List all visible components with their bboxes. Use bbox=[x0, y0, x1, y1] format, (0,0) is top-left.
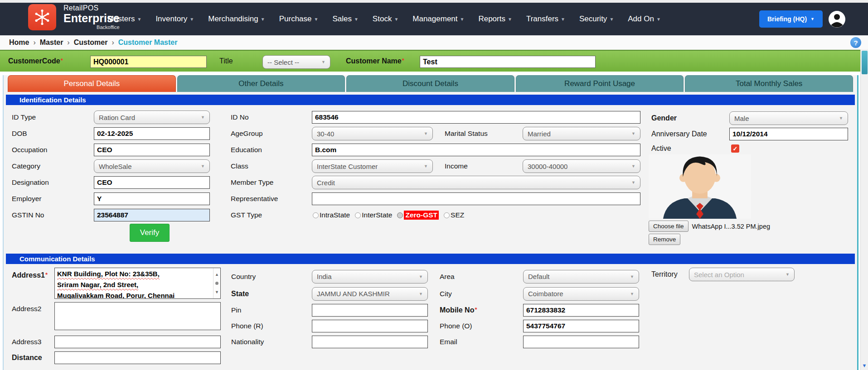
city-select[interactable]: Coimbatore▼ bbox=[523, 287, 639, 301]
designation-input[interactable] bbox=[94, 176, 210, 189]
education-input[interactable] bbox=[312, 144, 640, 156]
phone-r-label: Phone (R) bbox=[230, 322, 312, 330]
verify-button[interactable]: Verify bbox=[130, 224, 170, 242]
active-checkbox[interactable]: ✓ bbox=[731, 144, 739, 153]
nationality-input[interactable] bbox=[312, 336, 428, 348]
gender-label: Gender bbox=[640, 114, 677, 122]
marital-status-select[interactable]: Married▼ bbox=[523, 127, 640, 140]
retailpos-logo-icon bbox=[28, 4, 56, 30]
scrollbar-thumb[interactable] bbox=[862, 51, 868, 74]
age-group-select[interactable]: 30-40▼ bbox=[312, 127, 433, 140]
customer-master-page: RetailPOS Enterprise Backoffice Masters▼… bbox=[0, 0, 868, 370]
anniversary-row: Anniversary Date bbox=[640, 128, 868, 140]
member-type-select[interactable]: Credit▼ bbox=[312, 176, 640, 189]
interstate-radio[interactable] bbox=[355, 212, 361, 218]
distance-input[interactable] bbox=[54, 351, 221, 364]
photo-filename: WhatsApp I...3.52 PM.jpeg bbox=[692, 223, 770, 230]
zero-gst-radio-label[interactable]: Zero-GST bbox=[404, 211, 439, 220]
title-select[interactable]: -- Select -- ▼ bbox=[262, 55, 330, 69]
scroll-down-icon[interactable]: ▼ bbox=[215, 287, 219, 298]
menu-sales[interactable]: Sales▼ bbox=[332, 14, 358, 24]
address2-textarea[interactable] bbox=[54, 302, 221, 330]
income-select[interactable]: 30000-40000▼ bbox=[523, 159, 640, 173]
address1-line2: Sriram Nagar, 2nd Street, bbox=[57, 279, 211, 290]
income-label: Income bbox=[433, 162, 523, 170]
dob-input[interactable] bbox=[94, 127, 210, 140]
remove-photo-button[interactable]: Remove bbox=[649, 234, 680, 245]
id-no-input[interactable] bbox=[312, 111, 640, 124]
nationality-label: Nationality bbox=[230, 338, 312, 346]
pin-input[interactable] bbox=[312, 304, 428, 317]
anniversary-date-label: Anniversary Date bbox=[640, 130, 707, 138]
area-label: Area bbox=[433, 273, 523, 281]
tab-discount-details[interactable]: Discount Details bbox=[346, 75, 514, 92]
active-row: Active ✓ bbox=[640, 144, 868, 154]
breadcrumb-separator: › bbox=[67, 38, 69, 47]
scroll-thumb[interactable] bbox=[215, 282, 218, 285]
email-input[interactable] bbox=[523, 336, 639, 348]
country-select[interactable]: India▼ bbox=[312, 270, 428, 284]
email-label: Email bbox=[433, 338, 523, 346]
tab-reward-point-usage[interactable]: Reward Point Usage bbox=[516, 75, 684, 92]
marital-status-label: Marital Status bbox=[433, 130, 523, 138]
user-avatar[interactable] bbox=[829, 11, 845, 28]
menu-merchandising[interactable]: Merchandising▼ bbox=[208, 14, 265, 24]
help-icon[interactable]: ? bbox=[850, 37, 861, 48]
tab-personal-details[interactable]: Personal Details bbox=[8, 75, 176, 92]
id-type-select[interactable]: Ration Card▼ bbox=[94, 111, 210, 124]
zero-gst-radio[interactable] bbox=[397, 212, 403, 218]
address1-scrollbar[interactable]: ▲ ▼ bbox=[213, 268, 220, 298]
menu-security[interactable]: Security▼ bbox=[579, 14, 614, 24]
intrastate-radio-label[interactable]: IntraState bbox=[320, 211, 350, 219]
intrastate-radio[interactable] bbox=[313, 212, 319, 218]
scroll-down-icon[interactable]: ▼ bbox=[861, 363, 868, 368]
address1-textarea[interactable]: KNR Building, Plot No: 23&35B, Sriram Na… bbox=[54, 268, 221, 299]
class-select[interactable]: InterState Customer▼ bbox=[312, 159, 433, 173]
phone-o-input[interactable] bbox=[523, 320, 639, 332]
briefing-hq-button[interactable]: Briefing (HQ)▼ bbox=[759, 10, 823, 28]
age-group-label: AgeGroup bbox=[210, 130, 312, 138]
menu-add-on[interactable]: Add On▼ bbox=[628, 14, 661, 24]
chevron-down-icon: ▼ bbox=[354, 17, 359, 22]
menu-transfers[interactable]: Transfers▼ bbox=[526, 14, 565, 24]
menu-inventory[interactable]: Inventory▼ bbox=[155, 14, 194, 24]
chevron-down-icon: ▼ bbox=[561, 17, 565, 22]
chevron-down-icon: ▼ bbox=[508, 17, 512, 22]
breadcrumb-master[interactable]: Master bbox=[40, 38, 63, 47]
occupation-input[interactable] bbox=[94, 144, 210, 156]
tab-total-monthly-sales[interactable]: Total Monthly Sales bbox=[685, 75, 853, 92]
customer-name-input[interactable] bbox=[420, 56, 596, 68]
gender-select[interactable]: Male▼ bbox=[729, 111, 848, 125]
sez-radio-label[interactable]: SEZ bbox=[451, 211, 464, 219]
menu-management[interactable]: Management▼ bbox=[412, 14, 464, 24]
choose-file-button[interactable]: Choose file bbox=[649, 221, 689, 232]
category-select[interactable]: WholeSale▼ bbox=[94, 159, 210, 173]
gstin-label: GSTIN No bbox=[4, 211, 89, 219]
employer-input[interactable] bbox=[94, 192, 210, 205]
breadcrumb-customer[interactable]: Customer bbox=[74, 38, 108, 47]
state-select[interactable]: JAMMU AND KASHMIR▼ bbox=[312, 287, 428, 301]
customer-code-input[interactable] bbox=[90, 56, 207, 68]
country-value: India bbox=[317, 273, 332, 280]
scroll-up-icon[interactable]: ▲ bbox=[215, 269, 219, 280]
sez-radio[interactable] bbox=[444, 212, 450, 218]
breadcrumb-separator: › bbox=[112, 38, 114, 47]
chevron-down-icon: ▼ bbox=[627, 274, 634, 279]
menu-stock[interactable]: Stock▼ bbox=[373, 14, 398, 24]
territory-select[interactable]: Select an Option ▼ bbox=[689, 268, 795, 281]
area-select[interactable]: Default▼ bbox=[523, 270, 639, 284]
mobile-no-input[interactable] bbox=[523, 304, 639, 317]
mobile-no-label: Mobile No bbox=[433, 306, 523, 314]
representative-input[interactable] bbox=[312, 192, 640, 205]
tab-other-details[interactable]: Other Details bbox=[177, 75, 345, 92]
address3-input[interactable] bbox=[54, 336, 221, 348]
page-scrollbar[interactable]: ▼ bbox=[860, 50, 868, 370]
menu-reports[interactable]: Reports▼ bbox=[478, 14, 512, 24]
phone-r-input[interactable] bbox=[312, 320, 428, 332]
anniversary-date-input[interactable] bbox=[729, 128, 848, 140]
chevron-down-icon: ▼ bbox=[314, 17, 319, 22]
menu-purchase[interactable]: Purchase▼ bbox=[279, 14, 319, 24]
gstin-input[interactable] bbox=[94, 209, 210, 221]
breadcrumb-home[interactable]: Home bbox=[9, 38, 29, 47]
interstate-radio-label[interactable]: InterState bbox=[362, 211, 392, 219]
